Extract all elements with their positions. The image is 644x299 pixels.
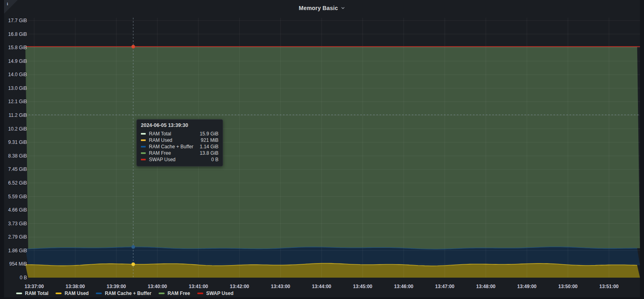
tooltip-series-value: 15.9 GiB xyxy=(200,131,219,137)
y-axis-label: 2.79 GiB xyxy=(6,235,27,239)
series-swatch-icon xyxy=(141,152,146,154)
grafana-fullscreen-panel: i Memory Basic 0 B954 MiB1.86 GiB2.79 Gi… xyxy=(0,0,644,299)
y-axis-label: 954 MiB xyxy=(6,262,27,266)
x-axis-label: 13:45:00 xyxy=(349,284,377,289)
legend-item[interactable]: RAM Cache + Buffer xyxy=(96,291,151,296)
y-axis-label: 13.0 GiB xyxy=(6,86,27,91)
x-axis-label: 13:49:00 xyxy=(513,284,541,289)
y-axis-label: 16.8 GiB xyxy=(6,32,27,37)
x-axis-label: 13:48:00 xyxy=(472,284,500,289)
tooltip-series-value: 0 B xyxy=(211,157,219,162)
x-axis-label: 13:47:00 xyxy=(431,284,459,289)
x-axis-label: 13:42:00 xyxy=(225,284,254,289)
y-axis-label: 8.38 GiB xyxy=(6,154,27,158)
y-axis-label: 15.8 GiB xyxy=(6,45,27,50)
x-axis-label: 13:38:00 xyxy=(61,284,89,289)
tooltip-row: RAM Free13.8 GiB xyxy=(141,150,219,156)
tooltip-series-value: 13.8 GiB xyxy=(200,150,219,156)
legend-label: RAM Cache + Buffer xyxy=(105,291,151,296)
legend-item[interactable]: RAM Used xyxy=(56,291,89,296)
chart-plot[interactable] xyxy=(0,0,644,299)
tooltip-series-label: RAM Cache + Buffer xyxy=(149,144,200,150)
legend-swatch-icon xyxy=(159,293,165,294)
series-swatch-icon xyxy=(141,133,146,135)
y-axis-label: 6.52 GiB xyxy=(6,181,27,185)
y-axis-label: 17.7 GiB xyxy=(6,18,27,23)
tooltip-row: RAM Total15.9 GiB xyxy=(141,131,219,137)
legend-label: RAM Used xyxy=(64,291,89,296)
hover-dot-ram-used xyxy=(132,262,135,266)
x-axis-label: 13:50:00 xyxy=(554,284,582,289)
y-axis-label: 14.9 GiB xyxy=(6,59,27,64)
y-axis-label: 14.0 GiB xyxy=(6,72,27,77)
x-axis-label: 13:43:00 xyxy=(266,284,295,289)
area-ram-cache-buffer xyxy=(25,247,640,266)
y-axis-label: 4.66 GiB xyxy=(6,208,27,212)
x-axis-label: 13:51:00 xyxy=(595,284,623,289)
y-axis-label: 7.45 GiB xyxy=(6,167,27,172)
y-axis-label: 11.2 GiB xyxy=(6,113,27,118)
y-axis-label: 9.31 GiB xyxy=(6,140,27,145)
tooltip-series-label: RAM Total xyxy=(149,131,200,137)
legend-label: RAM Free xyxy=(167,291,190,296)
legend: RAM TotalRAM UsedRAM Cache + BufferRAM F… xyxy=(16,290,233,297)
tooltip-row: RAM Used921 MiB xyxy=(141,137,219,143)
y-axis-label: 0 B xyxy=(6,275,27,280)
area-ram-free xyxy=(25,47,640,249)
series-swatch-icon xyxy=(141,146,146,147)
legend-swatch-icon xyxy=(56,293,62,294)
x-axis-label: 13:40:00 xyxy=(143,284,171,289)
chart-tooltip: 2024-06-05 13:39:30 RAM Total15.9 GiBRAM… xyxy=(136,119,223,166)
series-swatch-icon xyxy=(141,159,146,160)
hover-dot-swap-used xyxy=(132,45,135,48)
y-axis-label: 10.2 GiB xyxy=(6,127,27,131)
tooltip-series-value: 1.14 GiB xyxy=(200,144,219,150)
tooltip-series-label: RAM Free xyxy=(149,150,200,156)
x-axis-label: 13:37:00 xyxy=(20,284,48,289)
hover-dot-ram-cache xyxy=(132,245,135,249)
legend-item[interactable]: RAM Free xyxy=(159,291,190,296)
tooltip-series-label: RAM Used xyxy=(149,137,201,143)
y-axis-label: 3.73 GiB xyxy=(6,221,27,226)
tooltip-series-value: 921 MiB xyxy=(201,137,219,143)
x-axis-label: 13:39:00 xyxy=(102,284,130,289)
tooltip-row: SWAP Used0 B xyxy=(141,156,219,163)
x-axis-label: 13:44:00 xyxy=(308,284,336,289)
legend-swatch-icon xyxy=(16,293,22,294)
y-axis-label: 5.59 GiB xyxy=(6,194,27,199)
legend-label: SWAP Used xyxy=(206,291,233,296)
tooltip-timestamp: 2024-06-05 13:39:30 xyxy=(141,123,219,128)
series-swatch-icon xyxy=(141,139,146,141)
area-ram-used xyxy=(25,263,640,278)
legend-swatch-icon xyxy=(96,293,102,294)
panel-memory-basic: i Memory Basic 0 B954 MiB1.86 GiB2.79 Gi… xyxy=(4,0,640,297)
y-axis-label: 1.86 GiB xyxy=(6,248,27,253)
legend-swatch-icon xyxy=(197,293,203,294)
x-axis-label: 13:41:00 xyxy=(184,284,213,289)
legend-label: RAM Total xyxy=(25,291,48,296)
legend-item[interactable]: RAM Total xyxy=(16,291,48,296)
y-axis-label: 12.1 GiB xyxy=(6,99,27,104)
legend-item[interactable]: SWAP Used xyxy=(197,291,233,296)
x-axis-label: 13:46:00 xyxy=(390,284,418,289)
tooltip-row: RAM Cache + Buffer1.14 GiB xyxy=(141,143,219,150)
tooltip-series-label: SWAP Used xyxy=(149,157,211,162)
